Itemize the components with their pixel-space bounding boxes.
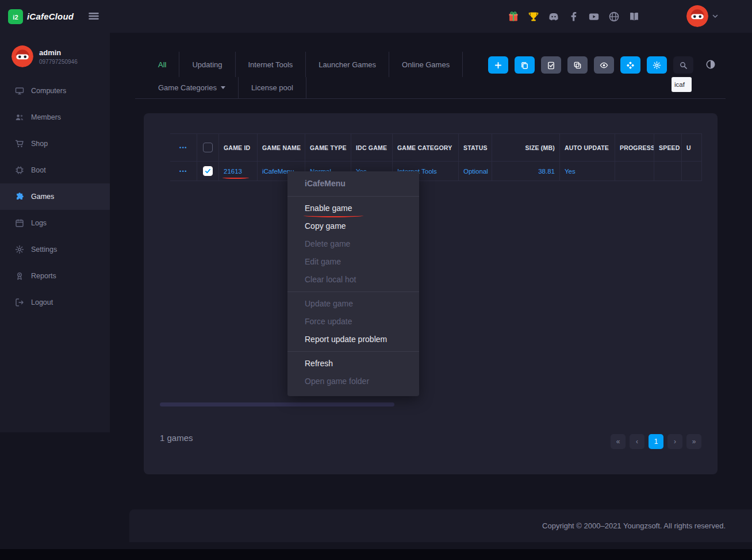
copyright-text: Copyright © 2000–2021 Youngzsoft. All ri… <box>542 521 726 530</box>
globe-half-icon[interactable] <box>705 59 716 70</box>
sidebar-item-members[interactable]: Members <box>0 104 110 131</box>
sidebar-item-reports[interactable]: Reports <box>0 263 110 289</box>
cell-value: Yes <box>565 168 575 175</box>
sidebar-item-label: Reports <box>31 272 56 280</box>
tab-all[interactable]: All <box>145 52 179 77</box>
column-header-game-category: GAME CATEGORY <box>393 134 459 162</box>
sidebar-item-shop[interactable]: Shop <box>0 131 110 157</box>
tabs-row-2: Game CategoriesLicense pool <box>135 77 726 98</box>
sidebar-item-computers[interactable]: Computers <box>0 78 110 104</box>
game-settings-button[interactable] <box>647 56 667 74</box>
menu-item-update-game: Update game <box>287 295 419 313</box>
column-header-label: GAME CATEGORY <box>397 144 452 151</box>
cell-u <box>682 162 702 181</box>
column-header-progress: PROGRESS <box>615 134 654 162</box>
tab-label: Launcher Games <box>319 60 376 69</box>
column-header-label: GAME NAME <box>262 144 301 151</box>
context-menu: iCafeMenu Enable gameCopy gameDelete gam… <box>287 171 419 396</box>
tab-game-categories[interactable]: Game Categories <box>145 77 239 98</box>
categories-button[interactable] <box>620 56 640 74</box>
sidebar-item-label: Logs <box>31 219 47 227</box>
cell-auto-update: Yes <box>560 162 615 181</box>
menu-divider <box>287 291 419 292</box>
trophy-icon[interactable] <box>528 11 539 22</box>
svg-text:i2: i2 <box>13 13 18 20</box>
gift-icon[interactable] <box>508 11 519 22</box>
header-menu-icon: ••• <box>179 145 187 151</box>
batch-tasks-button[interactable] <box>541 56 561 74</box>
menu-item-copy-game[interactable]: Copy game <box>287 217 419 235</box>
tab-internet-tools[interactable]: Internet Tools <box>236 52 306 77</box>
menu-item-clear-local-hot: Clear local hot <box>287 271 419 289</box>
page-button-3[interactable]: 1 <box>649 434 663 449</box>
menu-item-label: Clear local hot <box>305 275 356 284</box>
user-avatar-icon <box>11 45 33 67</box>
page-button-2[interactable]: ‹ <box>630 434 644 449</box>
logout-icon <box>15 298 24 307</box>
facebook-icon[interactable] <box>568 11 580 22</box>
page-button-4[interactable]: › <box>667 434 682 449</box>
row-checkbox[interactable] <box>203 166 213 176</box>
menu-item-label: Update game <box>305 299 353 308</box>
reports-icon <box>15 271 24 281</box>
sidebar-item-label: Settings <box>31 246 57 254</box>
tab-launcher-games[interactable]: Launcher Games <box>306 52 389 77</box>
cell-menu: ••• <box>170 162 197 181</box>
pagination: «‹1›» <box>611 434 701 449</box>
select-all-checkbox[interactable] <box>203 143 213 152</box>
menu-item-force-update: Force update <box>287 313 419 331</box>
sidebar-item-logout[interactable]: Logout <box>0 289 110 316</box>
search-input[interactable] <box>672 77 692 92</box>
menu-divider <box>287 196 419 197</box>
tab-license-pool[interactable]: License pool <box>239 77 306 98</box>
toolbar <box>488 56 693 74</box>
user-avatar-menu[interactable] <box>686 5 719 27</box>
page-button-5[interactable]: » <box>686 434 701 449</box>
tab-online-games[interactable]: Online Games <box>389 52 463 77</box>
column-header-label: IDC GAME <box>356 144 387 151</box>
column-header-label: STATUS <box>463 144 488 151</box>
menu-item-refresh[interactable]: Refresh <box>287 355 419 373</box>
hamburger-menu-icon[interactable] <box>87 10 100 22</box>
horizontal-scrollbar-thumb[interactable] <box>160 402 394 406</box>
tasks-icon <box>547 61 555 70</box>
sidebar-item-games[interactable]: Games <box>0 183 110 210</box>
table-header-row: •••GAME IDGAME NAMEGAME TYPEIDC GAMEGAME… <box>170 133 702 162</box>
globe-icon[interactable] <box>608 11 620 22</box>
search-button[interactable] <box>673 56 693 74</box>
page-button-1[interactable]: « <box>611 434 626 449</box>
table-body: •••21613iCafeMenuNormalYesInternet Tools… <box>170 162 702 181</box>
table-row: •••21613iCafeMenuNormalYesInternet Tools… <box>170 162 702 181</box>
tab-updating[interactable]: Updating <box>179 52 235 77</box>
sidebar-item-settings[interactable]: Settings <box>0 236 110 263</box>
row-menu-button[interactable]: ••• <box>179 168 187 174</box>
menu-item-report-update-problem[interactable]: Report update problem <box>287 331 419 348</box>
menu-item-label: Force update <box>305 317 352 326</box>
menu-item-enable-game[interactable]: Enable game <box>287 200 419 217</box>
sidebar-item-label: Computers <box>31 87 66 95</box>
view-button[interactable] <box>594 56 614 74</box>
youtube-icon[interactable] <box>588 11 600 22</box>
column-header-speed: SPEED <box>654 134 682 162</box>
menu-item-label: Enable game <box>305 204 352 213</box>
games-count: 1 games <box>160 433 193 443</box>
cell-progress <box>615 162 654 181</box>
tab-label: Game Categories <box>158 83 217 92</box>
sidebar-item-boot[interactable]: Boot <box>0 157 110 183</box>
sidebar-item-logs[interactable]: Logs <box>0 210 110 236</box>
column-header-status: STATUS <box>459 134 492 162</box>
shop-icon <box>15 139 24 148</box>
tab-label: All <box>158 60 166 69</box>
add-game-button[interactable] <box>488 56 508 74</box>
cell-checkbox <box>197 162 219 181</box>
duplicate-button[interactable] <box>567 56 588 74</box>
column-header-label: SIZE (MB) <box>525 144 555 151</box>
copy-game-button[interactable] <box>515 56 535 74</box>
column-header-size-mb-: SIZE (MB) <box>492 134 560 162</box>
context-menu-items: Enable gameCopy gameDelete gameEdit game… <box>287 200 419 390</box>
column-header-label: AUTO UPDATE <box>565 144 609 151</box>
column-header-label: SPEED <box>659 144 680 151</box>
discord-icon[interactable] <box>548 11 559 22</box>
manual-icon[interactable] <box>628 11 640 22</box>
user-meta: admin 097797250946 <box>39 48 78 65</box>
